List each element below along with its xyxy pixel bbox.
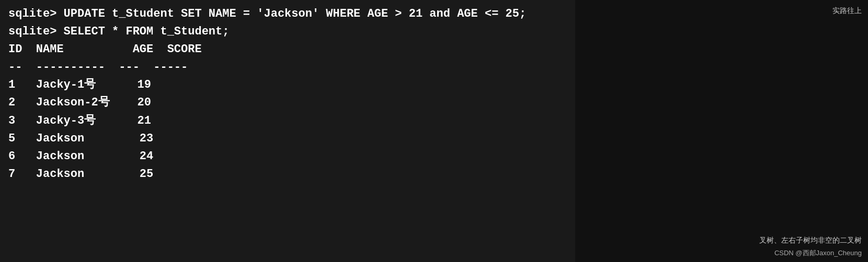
terminal-line-1: sqlite> UPDATE t_Student SET NAME = 'Jac…: [8, 5, 567, 23]
terminal-header: ID NAME AGE SCORE: [8, 41, 567, 58]
terminal-row-3: 3 Jacky-3号 21: [8, 112, 567, 130]
terminal-row-1: 1 Jacky-1号 19: [8, 76, 567, 94]
terminal-row-6: 6 Jackson 24: [8, 148, 567, 165]
terminal-row-2: 2 Jackson-2号 20: [8, 94, 567, 112]
terminal-panel: sqlite> UPDATE t_Student SET NAME = 'Jac…: [0, 0, 575, 262]
right-bottom-label: 叉树、左右子树均非空的二叉树: [581, 236, 862, 248]
terminal-row-7: 7 Jackson 25: [8, 165, 567, 183]
terminal-row-5: 5 Jackson 23: [8, 130, 567, 148]
terminal-line-2: sqlite> SELECT * FROM t_Student;: [8, 23, 567, 41]
right-panel: 实路往上 叉树、左右子树均非空的二叉树 CSDN @西邮Jaxon_Cheung: [575, 0, 868, 262]
right-author-label: CSDN @西邮Jaxon_Cheung: [581, 248, 862, 258]
right-top-label: 实路往上: [581, 4, 862, 16]
terminal-separator: -- ---------- --- -----: [8, 58, 567, 76]
